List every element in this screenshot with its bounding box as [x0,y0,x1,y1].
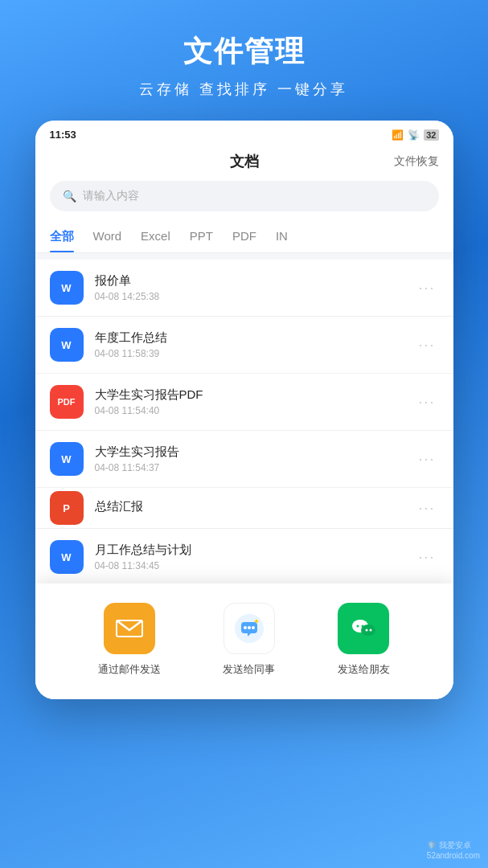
tab-in[interactable]: IN [276,221,288,252]
tab-excel[interactable]: Excel [141,221,170,252]
file-more-button[interactable]: ··· [415,337,438,354]
file-more-button[interactable]: ··· [415,394,438,411]
page-subtitle: 云存储 查找排序 一键分享 [16,80,472,99]
file-info: 大学生实习报告 04-08 11:54:37 [95,444,416,473]
phone-mockup: 11:53 📶 📡 32 文档 文件恢复 🔍 请输入内容 全部 Word Exc… [35,121,453,699]
svg-point-12 [370,629,372,632]
app-bar-title: 文档 [98,152,391,171]
svg-point-11 [366,629,368,632]
file-icon-word: W [50,328,84,362]
file-name: 总结汇报 [95,499,416,514]
wechat-icon [338,603,389,654]
file-info: 月工作总结与计划 04-08 11:34:45 [95,542,416,571]
status-time: 11:53 [50,129,76,141]
tab-all[interactable]: 全部 [50,221,74,252]
wifi-icon: 📡 [408,129,420,141]
share-colleague-option[interactable]: 发送给同事 [223,603,275,677]
file-item[interactable]: PDF 大学生实习报告PDF 04-08 11:54:40 ··· [35,374,453,431]
svg-point-9 [357,625,359,628]
tab-word[interactable]: Word [93,221,122,252]
file-info: 年度工作总结 04-08 11:58:39 [95,330,416,359]
status-icons: 📶 📡 32 [392,129,438,141]
search-placeholder: 请输入内容 [83,189,139,203]
share-friend-label: 发送给朋友 [338,662,390,677]
share-options: 通过邮件发送 发送给同事 [35,603,453,677]
file-date: 04-08 14:25:38 [95,291,416,302]
app-header: 文档 文件恢复 [35,145,453,181]
page-title: 文件管理 [16,32,472,72]
file-name: 月工作总结与计划 [95,542,416,558]
mail-icon [104,603,155,654]
search-bar: 🔍 请输入内容 [35,181,453,221]
status-bar: 11:53 📶 📡 32 [35,121,453,145]
tab-ppt[interactable]: PPT [190,221,213,252]
file-info: 总结汇报 [95,499,416,517]
search-icon: 🔍 [63,190,76,203]
share-colleague-label: 发送给同事 [223,662,275,677]
share-popup: 通过邮件发送 发送给同事 [35,583,453,699]
share-friend-option[interactable]: 发送给朋友 [338,603,390,677]
file-name: 报价单 [95,273,416,289]
battery-icon: 32 [424,129,438,141]
file-more-button[interactable]: ··· [415,280,438,297]
file-more-button[interactable]: ··· [415,549,438,566]
file-name: 年度工作总结 [95,330,416,346]
file-name: 大学生实习报告 [95,444,416,460]
file-icon-word: W [50,442,84,476]
svg-point-5 [252,626,255,629]
file-item[interactable]: W 月工作总结与计划 04-08 11:34:45 ··· [35,529,453,586]
colleague-icon [223,603,275,654]
file-item[interactable]: P 总结汇报 ··· [35,488,453,528]
file-date: 04-08 11:58:39 [95,348,416,359]
file-list: W 报价单 04-08 14:25:38 ··· W 年度工作总结 04-08 … [35,260,453,528]
page-header: 文件管理 云存储 查找排序 一键分享 [0,0,488,115]
svg-point-10 [362,625,364,628]
search-input-wrapper[interactable]: 🔍 请输入内容 [50,181,439,211]
watermark: 🛡️ 我爱安卓 52android.com [427,840,480,860]
file-info: 大学生实习报告PDF 04-08 11:54:40 [95,387,416,416]
svg-point-4 [248,626,251,629]
file-icon-pdf: PDF [50,385,84,419]
file-date: 04-08 11:54:37 [95,462,416,473]
share-email-option[interactable]: 通过邮件发送 [98,603,161,677]
tab-bar: 全部 Word Excel PPT PDF IN [35,221,453,253]
file-info: 报价单 04-08 14:25:38 [95,273,416,302]
file-name: 大学生实习报告PDF [95,387,416,403]
file-more-button[interactable]: ··· [415,500,438,517]
tab-pdf[interactable]: PDF [232,221,256,252]
file-item[interactable]: W 年度工作总结 04-08 11:58:39 ··· [35,317,453,374]
file-icon-ppt: P [50,491,84,525]
file-more-button[interactable]: ··· [415,451,438,468]
file-item[interactable]: W 大学生实习报告 04-08 11:54:37 ··· [35,431,453,488]
file-date: 04-08 11:34:45 [95,560,416,571]
share-email-label: 通过邮件发送 [98,662,161,677]
signal-icon: 📶 [392,129,404,141]
file-restore-button[interactable]: 文件恢复 [391,154,439,169]
file-date: 04-08 11:54:40 [95,405,416,416]
file-icon-word: W [50,540,84,574]
file-item[interactable]: W 报价单 04-08 14:25:38 ··· [35,260,453,317]
file-icon-word: W [50,271,84,305]
svg-point-3 [244,626,247,629]
